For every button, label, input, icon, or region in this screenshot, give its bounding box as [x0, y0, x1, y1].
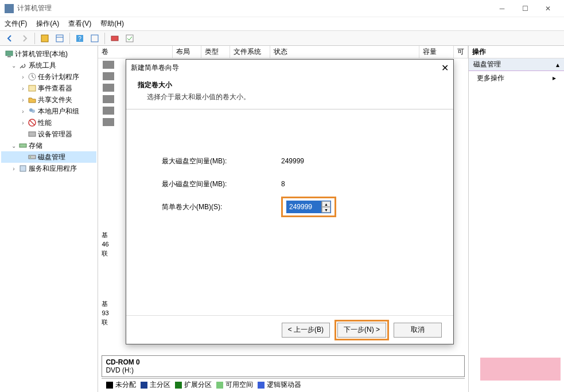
list-item[interactable] [103, 118, 116, 126]
col-status[interactable]: 状态 [270, 46, 419, 58]
tree-system-tools[interactable]: ⌄系统工具 [1, 60, 96, 71]
actions-category[interactable]: 磁盘管理 ▴ [469, 58, 564, 71]
svg-point-19 [30, 156, 31, 158]
list-item[interactable] [103, 61, 116, 69]
tree-root[interactable]: 计算机管理(本地) [1, 48, 96, 60]
volume-icon [103, 84, 114, 92]
volume-icon [103, 61, 114, 69]
tree-performance[interactable]: ›性能 [1, 117, 96, 128]
svg-line-15 [30, 120, 34, 125]
svg-rect-7 [126, 35, 133, 42]
volume-size-input[interactable] [287, 201, 321, 213]
wizard-titlebar: 新建简单卷向导 ✕ [126, 60, 453, 76]
cdrom-sub: DVD (H:) [106, 366, 134, 374]
volume-size-label: 简单卷大小(MB)(S): [143, 202, 281, 212]
close-button[interactable]: ✕ [536, 2, 559, 15]
minimize-button[interactable]: ─ [491, 2, 514, 15]
list-item[interactable] [103, 95, 116, 103]
menu-file[interactable]: 文件(F) [5, 19, 27, 29]
svg-rect-17 [20, 144, 26, 147]
tree-local-users[interactable]: ›本地用户和组 [1, 105, 96, 117]
tool-icon-1[interactable] [38, 32, 51, 45]
back-button[interactable] [3, 32, 16, 45]
svg-rect-9 [7, 56, 11, 57]
maximize-button[interactable]: ☐ [514, 2, 536, 15]
svg-text:?: ? [78, 36, 81, 42]
forward-button[interactable] [18, 32, 31, 45]
expand-icon[interactable]: › [20, 74, 26, 80]
disk-panel-partial-1: 基 46 联 [102, 230, 108, 258]
svg-rect-6 [111, 36, 118, 41]
tool-icon-2[interactable] [53, 32, 66, 45]
tool-icon-4[interactable] [108, 32, 121, 45]
col-layout[interactable]: 布局 [173, 46, 201, 58]
cdrom-title: CD-ROM 0 [106, 358, 139, 366]
expand-icon[interactable]: › [20, 85, 26, 92]
min-space-label: 最小磁盘空间量(MB): [143, 179, 281, 189]
app-icon [5, 4, 14, 13]
min-space-value: 8 [281, 180, 350, 188]
swatch-logical [258, 382, 265, 389]
tree-services-apps[interactable]: ›服务和应用程序 [1, 163, 96, 174]
shared-folder-icon [28, 95, 37, 104]
list-item[interactable] [103, 84, 116, 92]
col-free[interactable]: 可 [454, 46, 468, 58]
menu-help[interactable]: 帮助(H) [100, 19, 124, 29]
expand-icon[interactable]: › [20, 120, 26, 126]
expand-icon[interactable]: › [20, 97, 26, 103]
expand-icon[interactable]: › [10, 166, 17, 172]
tool-icon-5[interactable] [123, 32, 136, 45]
collapse-icon[interactable]: ⌄ [10, 62, 17, 69]
svg-rect-16 [29, 132, 36, 136]
max-space-value: 249999 [281, 157, 350, 165]
wizard-subheading: 选择介于最大和最小值的卷大小。 [138, 92, 442, 102]
tree-shared-folders[interactable]: ›共享文件夹 [1, 94, 96, 105]
svg-rect-8 [6, 51, 13, 56]
help-icon[interactable]: ? [73, 32, 86, 45]
menu-view[interactable]: 查看(V) [68, 19, 91, 29]
col-fs[interactable]: 文件系统 [230, 46, 270, 58]
expand-icon[interactable]: › [20, 108, 26, 115]
tool-icon-3[interactable] [88, 32, 101, 45]
column-headers: 卷 布局 类型 文件系统 状态 容量 可 [98, 46, 468, 58]
collapse-icon[interactable]: ⌄ [10, 143, 17, 149]
submenu-arrow-icon: ▸ [553, 74, 556, 82]
collapse-arrow-icon: ▴ [556, 61, 559, 69]
actions-pane: 操作 磁盘管理 ▴ 更多操作 ▸ [469, 46, 564, 392]
wizard-title: 新建简单卷向导 [131, 63, 179, 73]
spinner-down-button[interactable]: ▼ [322, 207, 330, 213]
actions-header: 操作 [469, 46, 564, 58]
disk-icon [28, 152, 37, 162]
tree-task-scheduler[interactable]: ›任务计划程序 [1, 71, 96, 83]
swatch-primary [141, 382, 147, 389]
volume-size-spinner[interactable]: ▲ ▼ [286, 201, 331, 213]
toolbar: ? [0, 31, 564, 46]
menu-action[interactable]: 操作(A) [36, 19, 59, 29]
list-item[interactable] [103, 72, 116, 80]
svg-rect-18 [29, 155, 36, 159]
svg-rect-20 [20, 166, 26, 171]
col-volume[interactable]: 卷 [98, 46, 173, 58]
users-icon [28, 107, 37, 116]
spinner-up-button[interactable]: ▲ [322, 201, 330, 207]
back-button[interactable]: < 上一步(B) [282, 323, 330, 338]
svg-rect-5 [91, 35, 98, 42]
tree-event-viewer[interactable]: ›事件查看器 [1, 83, 96, 94]
next-button[interactable]: 下一步(N) > [337, 323, 386, 338]
list-item[interactable] [103, 107, 116, 115]
event-icon [28, 84, 37, 93]
wizard-close-button[interactable]: ✕ [441, 62, 449, 73]
swatch-unallocated [106, 382, 113, 389]
col-type[interactable]: 类型 [201, 46, 230, 58]
wizard-body: 最大磁盘空间量(MB): 249999 最小磁盘空间量(MB): 8 简单卷大小… [126, 109, 453, 316]
tree-device-manager[interactable]: 设备管理器 [1, 128, 96, 140]
cdrom-panel: CD-ROM 0 DVD (H:) [102, 355, 465, 377]
tree-storage[interactable]: ⌄存储 [1, 140, 96, 151]
more-actions[interactable]: 更多操作 ▸ [469, 71, 564, 85]
col-capacity[interactable]: 容量 [419, 46, 454, 58]
cancel-button[interactable]: 取消 [394, 323, 442, 338]
tree-disk-management[interactable]: 磁盘管理 [1, 151, 96, 163]
svg-rect-1 [56, 35, 63, 42]
title-bar: 计算机管理 ─ ☐ ✕ [0, 0, 564, 17]
menu-bar: 文件(F) 操作(A) 查看(V) 帮助(H) [0, 17, 564, 31]
